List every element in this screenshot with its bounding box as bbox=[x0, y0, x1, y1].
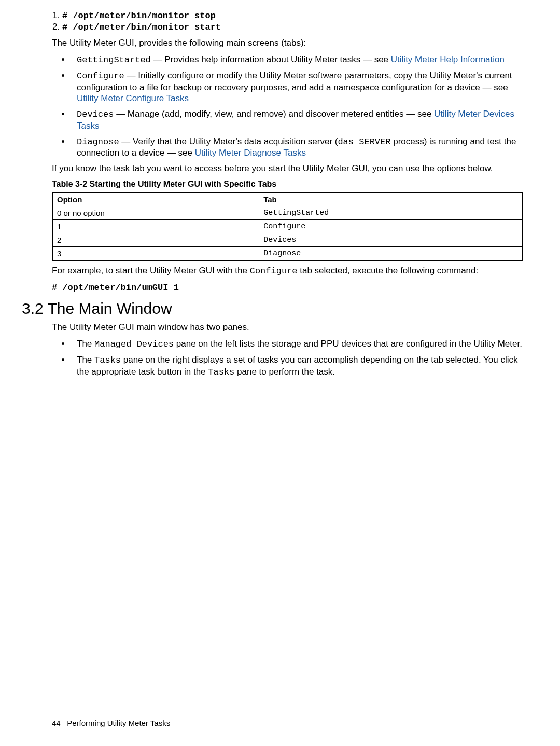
text-span: — Verify that the Utility Meter's data a… bbox=[119, 136, 338, 146]
page-number: 44 bbox=[52, 719, 61, 727]
list-item: # /opt/meter/bin/monitor stop bbox=[62, 10, 523, 21]
command-list: # /opt/meter/bin/monitor stop # /opt/met… bbox=[52, 10, 523, 32]
bullets-top: GettingStarted — Provides help informati… bbox=[52, 54, 523, 159]
text-span: tab selected, execute the following comm… bbox=[298, 266, 479, 275]
code-span: Configure bbox=[250, 266, 298, 276]
link-text[interactable]: Utility Meter Configure Tasks bbox=[77, 93, 189, 103]
table-cell: 0 or no option bbox=[52, 206, 259, 220]
list-item: The Managed Devices pane on the left lis… bbox=[71, 338, 523, 350]
text-span: — Provides help information about Utilit… bbox=[151, 54, 391, 64]
table-cell: Configure bbox=[259, 220, 522, 233]
link-text[interactable]: Utility Meter Diagnose Tasks bbox=[195, 148, 306, 158]
footer-label: Performing Utility Meter Tasks bbox=[67, 719, 170, 727]
list-item: The Tasks pane on the right displays a s… bbox=[71, 354, 523, 378]
table-title: Table 3-2 Starting the Utility Meter GUI… bbox=[52, 179, 523, 189]
table-cell: GettingStarted bbox=[259, 206, 522, 220]
list-item: Configure — Initially configure or modif… bbox=[71, 70, 523, 104]
command-stop: # /opt/meter/bin/monitor stop bbox=[62, 11, 216, 21]
page-container: # /opt/meter/bin/monitor stop # /opt/met… bbox=[0, 0, 560, 746]
text-span: pane to perform the task. bbox=[234, 367, 335, 377]
list-item: Devices — Manage (add, modify, view, and… bbox=[71, 108, 523, 132]
section-heading: 3.2 The Main Window bbox=[22, 300, 523, 317]
section-bullets: The Managed Devices pane on the left lis… bbox=[52, 338, 523, 378]
text-span: The bbox=[77, 339, 94, 349]
code-span: Managed Devices bbox=[94, 339, 174, 349]
command-start: # /opt/meter/bin/monitor start bbox=[62, 22, 221, 32]
table-header: Tab bbox=[259, 192, 522, 206]
text-span: The bbox=[77, 355, 94, 365]
table-cell: Devices bbox=[259, 233, 522, 247]
table-cell: 1 bbox=[52, 220, 259, 233]
command-text: # /opt/meter/bin/umGUI 1 bbox=[52, 283, 179, 293]
code-span: GettingStarted bbox=[77, 55, 151, 65]
code-span: Devices bbox=[77, 109, 114, 119]
table-row: 1 Configure bbox=[52, 220, 522, 233]
section-intro: The Utility Meter GUI main window has tw… bbox=[52, 322, 523, 333]
table-cell: 3 bbox=[52, 247, 259, 261]
table-cell: 2 bbox=[52, 233, 259, 247]
text-span: For example, to start the Utility Meter … bbox=[52, 266, 250, 275]
example-text: For example, to start the Utility Meter … bbox=[52, 265, 523, 277]
text-span: — Manage (add, modify, view, and remove)… bbox=[114, 109, 434, 119]
text-span: pane on the left lists the storage and P… bbox=[174, 339, 522, 349]
page-footer: 44 Performing Utility Meter Tasks bbox=[52, 719, 170, 727]
code-span: Tasks bbox=[94, 355, 121, 365]
table-header: Option bbox=[52, 192, 259, 206]
code-span: Configure bbox=[77, 71, 124, 81]
note-text: If you know the task tab you want to acc… bbox=[52, 163, 523, 174]
code-span: das_SERVER bbox=[338, 137, 390, 147]
list-item: # /opt/meter/bin/monitor start bbox=[62, 22, 523, 32]
text-span: — Initially configure or modify the Util… bbox=[77, 71, 512, 92]
table-row: 3 Diagnose bbox=[52, 247, 522, 261]
code-span: Diagnose bbox=[77, 137, 119, 147]
link-text[interactable]: Utility Meter Help Information bbox=[391, 54, 505, 64]
example-command: # /opt/meter/bin/umGUI 1 bbox=[52, 282, 523, 293]
options-table: Option Tab 0 or no option GettingStarted… bbox=[52, 192, 523, 261]
list-item: GettingStarted — Provides help informati… bbox=[71, 54, 523, 66]
table-cell: Diagnose bbox=[259, 247, 522, 261]
table-header-row: Option Tab bbox=[52, 192, 522, 206]
table-row: 2 Devices bbox=[52, 233, 522, 247]
intro-text: The Utility Meter GUI, provides the foll… bbox=[52, 37, 523, 49]
table-row: 0 or no option GettingStarted bbox=[52, 206, 522, 220]
list-item: Diagnose — Verify that the Utility Meter… bbox=[71, 136, 523, 159]
code-span: Tasks bbox=[208, 367, 234, 377]
